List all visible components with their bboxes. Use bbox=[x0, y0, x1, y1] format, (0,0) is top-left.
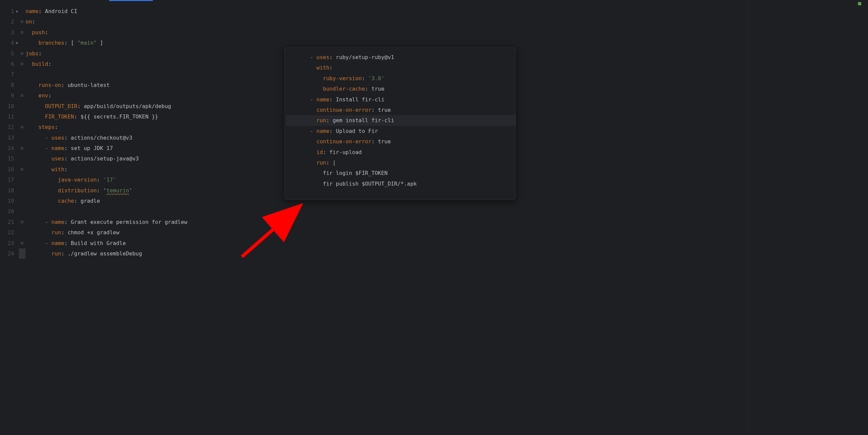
line-number: 20 bbox=[0, 206, 14, 216]
code-line[interactable]: - name: Upload to Fir bbox=[290, 126, 516, 136]
line-number: 1 bbox=[0, 6, 14, 16]
line-number: 4 bbox=[0, 38, 14, 48]
code-line[interactable]: - name: set up JDK 17 bbox=[26, 143, 280, 154]
line-number: 14 bbox=[0, 143, 14, 154]
line-number: 22 bbox=[0, 227, 14, 238]
code-line[interactable]: env: bbox=[26, 90, 280, 101]
code-line[interactable]: java-version: '17' bbox=[26, 174, 280, 185]
code-line[interactable]: fir login $FIR_TOKEN bbox=[290, 168, 516, 178]
fold-marker[interactable]: ⊟ bbox=[19, 90, 26, 101]
fold-marker[interactable]: ⊟ bbox=[19, 238, 26, 248]
code-line[interactable]: bundler-cache: true bbox=[290, 83, 516, 94]
fold-marker[interactable]: ⊟ bbox=[19, 59, 26, 69]
fold-marker[interactable] bbox=[19, 133, 26, 143]
code-area-popup[interactable]: - uses: ruby/setup-ruby@v1 with: ruby-ve… bbox=[284, 47, 516, 189]
fold-marker[interactable]: ⊟ bbox=[19, 217, 26, 227]
line-number: 6 bbox=[0, 59, 14, 69]
code-line[interactable]: id: fir-upload bbox=[290, 147, 516, 158]
code-line[interactable]: FIR_TOKEN: ${{ secrets.FIR_TOKEN }} bbox=[26, 111, 280, 122]
code-line[interactable]: - uses: actions/checkout@v3 bbox=[26, 133, 280, 143]
tab-strip[interactable] bbox=[0, 0, 280, 3]
code-line[interactable]: continue-on-error: true bbox=[290, 105, 516, 115]
fold-marker[interactable] bbox=[19, 80, 26, 90]
code-line[interactable]: build: bbox=[26, 59, 280, 69]
fold-gutter[interactable]: ▶⊟⊟▶⊟⊟⊟⊟⊟⊟⊟⊟ bbox=[19, 3, 26, 261]
code-line[interactable]: steps: bbox=[26, 122, 280, 132]
fold-marker[interactable]: ⊟ bbox=[19, 164, 26, 174]
code-line[interactable]: push: bbox=[26, 27, 280, 38]
code-line[interactable]: fir publish $OUTPUT_DIR/*.apk bbox=[290, 178, 516, 189]
line-number: 23 bbox=[0, 238, 14, 248]
fold-marker[interactable]: ⊟ bbox=[19, 16, 26, 27]
right-sidebar bbox=[748, 0, 868, 435]
line-number: 8 bbox=[0, 80, 14, 90]
code-line[interactable]: uses: actions/setup-java@v3 bbox=[26, 154, 280, 164]
editor-pane-main[interactable]: 123456789101112131415161718192021222324 … bbox=[0, 0, 280, 261]
line-number: 10 bbox=[0, 101, 14, 111]
line-number: 16 bbox=[0, 164, 14, 174]
line-number: 15 bbox=[0, 154, 14, 164]
line-number: 2 bbox=[0, 16, 14, 27]
code-editor[interactable]: 123456789101112131415161718192021222324 … bbox=[0, 3, 280, 261]
code-line[interactable]: on: bbox=[26, 16, 280, 27]
fold-marker[interactable] bbox=[19, 111, 26, 122]
line-number: 9 bbox=[0, 90, 14, 101]
fold-marker[interactable] bbox=[19, 196, 26, 206]
line-number: 19 bbox=[0, 196, 14, 206]
line-number: 18 bbox=[0, 185, 14, 196]
code-line[interactable]: run: gem install fir-cli bbox=[286, 115, 516, 126]
fold-marker[interactable] bbox=[19, 174, 26, 185]
active-tab-indicator bbox=[109, 0, 153, 1]
fold-marker[interactable] bbox=[19, 101, 26, 111]
code-line[interactable]: - name: Build with Gradle bbox=[26, 238, 280, 248]
line-number: 11 bbox=[0, 111, 14, 122]
code-line[interactable]: - name: Install fir-cli bbox=[290, 94, 516, 105]
code-line[interactable]: run: | bbox=[290, 158, 516, 168]
fold-marker[interactable] bbox=[19, 227, 26, 238]
code-line[interactable]: ruby-version: '3.0' bbox=[290, 73, 516, 83]
editor-pane-popup[interactable]: - uses: ruby/setup-ruby@v1 with: ruby-ve… bbox=[284, 47, 516, 200]
code-line[interactable]: run: chmod +x gradlew bbox=[26, 227, 280, 238]
fold-marker[interactable] bbox=[19, 154, 26, 164]
line-number: 3 bbox=[0, 27, 14, 38]
fold-marker[interactable]: ⊟ bbox=[19, 48, 26, 59]
code-line[interactable]: - uses: ruby/setup-ruby@v1 bbox=[290, 52, 516, 62]
code-line[interactable] bbox=[26, 206, 280, 216]
line-number: 24 bbox=[0, 248, 14, 259]
fold-marker[interactable]: ⊟ bbox=[19, 122, 26, 132]
fold-marker[interactable] bbox=[19, 206, 26, 216]
fold-marker[interactable] bbox=[19, 248, 26, 259]
code-line[interactable]: OUTPUT_DIR: app/build/outputs/apk/debug bbox=[26, 101, 280, 111]
code-area[interactable]: name: Android CIon: push: branches: [ "m… bbox=[26, 3, 280, 261]
line-number: 21 bbox=[0, 217, 14, 227]
fold-marker[interactable]: ▶ bbox=[19, 38, 26, 48]
code-line[interactable]: run: ./gradlew assembleDebug bbox=[26, 248, 280, 259]
code-line[interactable]: with: bbox=[290, 62, 516, 73]
fold-marker[interactable] bbox=[19, 69, 26, 79]
fold-marker[interactable]: ⊟ bbox=[19, 143, 26, 154]
fold-marker[interactable]: ⊟ bbox=[19, 27, 26, 38]
code-line[interactable]: cache: gradle bbox=[26, 196, 280, 206]
fold-marker[interactable] bbox=[19, 185, 26, 196]
code-line[interactable]: with: bbox=[26, 164, 280, 174]
code-line[interactable]: branches: [ "main" ] bbox=[26, 38, 280, 48]
line-number: 7 bbox=[0, 69, 14, 79]
line-number: 12 bbox=[0, 122, 14, 132]
line-number: 13 bbox=[0, 133, 14, 143]
code-line[interactable]: jobs: bbox=[26, 48, 280, 59]
line-number: 17 bbox=[0, 174, 14, 185]
code-line[interactable]: runs-on: ubuntu-latest bbox=[26, 80, 280, 90]
status-indicator bbox=[858, 2, 861, 5]
code-line[interactable] bbox=[26, 69, 280, 79]
code-line[interactable]: continue-on-error: true bbox=[290, 136, 516, 147]
code-line[interactable]: - name: Grant execute permission for gra… bbox=[26, 217, 280, 227]
line-number: 5 bbox=[0, 48, 14, 59]
code-line[interactable]: distribution: 'temurin' bbox=[26, 185, 280, 196]
fold-marker[interactable]: ▶ bbox=[19, 6, 26, 16]
code-line[interactable]: name: Android CI bbox=[26, 6, 280, 16]
